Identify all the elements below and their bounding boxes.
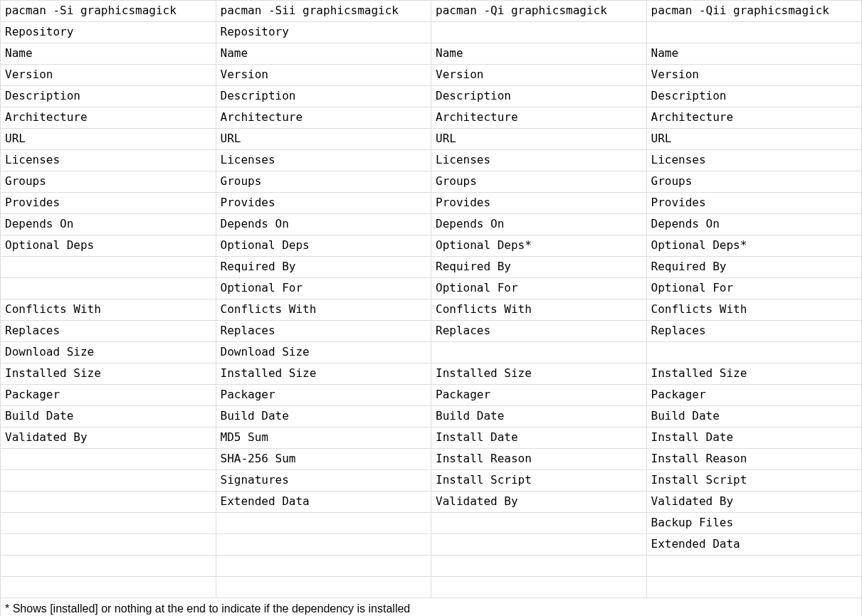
field-cell (1, 534, 216, 556)
field-cell: Extended Data (216, 492, 431, 513)
column-header: pacman -Qii graphicsmagick (646, 1, 862, 22)
field-cell: Packager (216, 385, 431, 406)
field-cell: Optional For (216, 278, 431, 299)
field-cell (646, 577, 862, 598)
column-header: pacman -Si graphicsmagick (1, 1, 216, 22)
field-cell: Provides (646, 193, 862, 214)
field-cell (431, 342, 647, 363)
field-cell: Download Size (216, 342, 431, 363)
field-cell: Groups (646, 171, 862, 193)
field-cell: Repository (216, 22, 431, 43)
table-row: Extended Data (1, 534, 862, 556)
field-cell (1, 513, 216, 534)
field-cell: Architecture (1, 107, 216, 129)
field-cell: Installed Size (1, 363, 216, 385)
field-cell: Conflicts With (646, 299, 862, 321)
table-row: URLURLURLURL (1, 129, 862, 150)
field-cell: Replaces (431, 321, 647, 342)
table-row: ArchitectureArchitectureArchitectureArch… (1, 107, 862, 129)
field-cell: Required By (646, 257, 862, 278)
field-cell (216, 556, 431, 577)
field-cell: SHA-256 Sum (216, 449, 431, 470)
field-cell: Description (216, 86, 431, 107)
table-row: Installed SizeInstalled SizeInstalled Si… (1, 363, 862, 385)
field-cell: Packager (431, 385, 647, 406)
field-cell: Provides (216, 193, 431, 214)
field-cell: Required By (216, 257, 431, 278)
field-cell: Depends On (1, 214, 216, 235)
table-row: Validated ByMD5 SumInstall DateInstall D… (1, 428, 862, 449)
field-cell: Version (216, 65, 431, 86)
field-cell: Optional Deps (1, 235, 216, 257)
field-cell (216, 534, 431, 556)
field-cell (431, 577, 647, 598)
field-cell: Installed Size (431, 363, 647, 385)
table-row: DescriptionDescriptionDescriptionDescrip… (1, 86, 862, 107)
pacman-comparison-table: pacman -Si graphicsmagick pacman -Sii gr… (0, 0, 862, 616)
field-cell: Groups (216, 171, 431, 193)
field-cell: Build Date (431, 406, 647, 428)
field-cell: Name (431, 43, 647, 65)
field-cell: Repository (1, 22, 216, 43)
table-row: PackagerPackagerPackagerPackager (1, 385, 862, 406)
field-cell: Provides (431, 193, 647, 214)
field-cell (1, 257, 216, 278)
field-cell: Install Date (431, 428, 647, 449)
field-cell: Depends On (216, 214, 431, 235)
field-cell: Build Date (646, 406, 862, 428)
table-row: GroupsGroupsGroupsGroups (1, 171, 862, 193)
table-row: RepositoryRepository (1, 22, 862, 43)
field-cell: Extended Data (646, 534, 862, 556)
table-footnote-row: * Shows [installed] or nothing at the en… (1, 598, 862, 617)
footnote-text: * Shows [installed] or nothing at the en… (1, 598, 862, 617)
field-cell: Installed Size (216, 363, 431, 385)
table-row: Backup Files (1, 513, 862, 534)
field-cell: Provides (1, 193, 216, 214)
field-cell: Depends On (431, 214, 647, 235)
field-cell: Optional Deps (216, 235, 431, 257)
table-row: ProvidesProvidesProvidesProvides (1, 193, 862, 214)
field-cell: Replaces (216, 321, 431, 342)
field-cell: URL (646, 129, 862, 150)
field-cell: Conflicts With (1, 299, 216, 321)
field-cell (431, 513, 647, 534)
field-cell: Replaces (646, 321, 862, 342)
field-cell: URL (1, 129, 216, 150)
field-cell: Licenses (431, 150, 647, 171)
field-cell (646, 556, 862, 577)
field-cell: MD5 Sum (216, 428, 431, 449)
field-cell: Install Date (646, 428, 862, 449)
field-cell (431, 22, 647, 43)
column-header: pacman -Qi graphicsmagick (431, 1, 647, 22)
field-cell: Optional Deps* (646, 235, 862, 257)
table-row: Download SizeDownload Size (1, 342, 862, 363)
field-cell: Install Reason (646, 449, 862, 470)
field-cell: Description (646, 86, 862, 107)
field-cell: Packager (1, 385, 216, 406)
field-cell: Signatures (216, 470, 431, 492)
field-cell: Groups (431, 171, 647, 193)
table-row: Conflicts WithConflicts WithConflicts Wi… (1, 299, 862, 321)
field-cell (1, 492, 216, 513)
field-cell: Installed Size (646, 363, 862, 385)
field-cell: Version (646, 65, 862, 86)
field-cell (431, 534, 647, 556)
field-cell: Validated By (1, 428, 216, 449)
field-cell: Replaces (1, 321, 216, 342)
table-row: Required ByRequired ByRequired By (1, 257, 862, 278)
table-row: Depends OnDepends OnDepends OnDepends On (1, 214, 862, 235)
field-cell: Install Script (646, 470, 862, 492)
field-cell: Depends On (646, 214, 862, 235)
field-cell: Packager (646, 385, 862, 406)
table-row: Optional DepsOptional DepsOptional Deps*… (1, 235, 862, 257)
field-cell: Version (431, 65, 647, 86)
table-row: SHA-256 SumInstall ReasonInstall Reason (1, 449, 862, 470)
field-cell: Install Reason (431, 449, 647, 470)
field-cell: URL (431, 129, 647, 150)
table-row: NameNameNameName (1, 43, 862, 65)
field-cell: Licenses (646, 150, 862, 171)
table-row: LicensesLicensesLicensesLicenses (1, 150, 862, 171)
field-cell: Name (216, 43, 431, 65)
field-cell: Architecture (646, 107, 862, 129)
table-row: VersionVersionVersionVersion (1, 65, 862, 86)
